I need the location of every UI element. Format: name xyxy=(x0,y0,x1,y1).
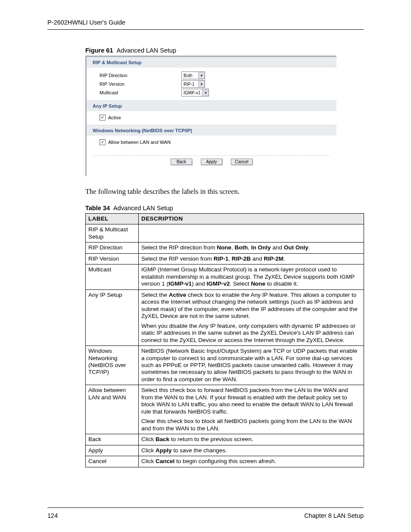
select-value: Both xyxy=(182,73,198,78)
cancel-button[interactable]: Cancel xyxy=(231,159,252,165)
select-multicast[interactable]: IGMP-v1 ▼ xyxy=(181,89,209,96)
table-row: RIP VersionSelect the RIP version from R… xyxy=(86,253,364,264)
table-cell-description: Select the RIP version from RIP-1, RIP-2… xyxy=(139,253,364,264)
figure-caption: Figure 61Advanced LAN Setup xyxy=(85,47,364,54)
table-row: RIP & Multicast Setup xyxy=(86,224,364,243)
body-text: The following table describes the labels… xyxy=(85,187,364,196)
table-title: Advanced LAN Setup xyxy=(113,205,173,212)
table-cell-label: RIP Direction xyxy=(86,243,139,253)
table-head-label: LABEL xyxy=(86,214,139,224)
table-row: Any IP SetupSelect the Active check box … xyxy=(86,289,364,345)
apply-button[interactable]: Apply xyxy=(201,159,222,165)
table-cell-description: Select the Active check box to enable th… xyxy=(139,289,364,345)
label-multicast: Multicast xyxy=(100,90,181,95)
section-any-ip-heading: Any IP Setup xyxy=(87,100,336,111)
table-cell-description: Click Back to return to the previous scr… xyxy=(139,434,364,445)
table-cell-label: Any IP Setup xyxy=(86,289,139,345)
table-row: Allow between LAN and WANSelect this che… xyxy=(86,385,364,434)
figure-label: Figure 61 xyxy=(85,47,113,54)
table-cell-label: Multicast xyxy=(86,264,139,289)
chevron-down-icon[interactable]: ▼ xyxy=(198,81,205,87)
chevron-down-icon[interactable]: ▼ xyxy=(198,72,205,79)
table-cell-description: Click Apply to save the changes. xyxy=(139,445,364,456)
table-cell-label: RIP & Multicast Setup xyxy=(86,224,139,243)
table-cell-label: Back xyxy=(86,434,139,445)
table-cell-label: Windows Networking (NetBIOS over TCP/IP) xyxy=(86,346,139,385)
select-value: IGMP-v1 xyxy=(182,90,202,95)
checkbox-active[interactable]: ✓ xyxy=(100,115,106,121)
table-cell-label: Apply xyxy=(86,445,139,456)
table-caption: Table 34Advanced LAN Setup xyxy=(85,205,364,212)
table-cell-label: RIP Version xyxy=(86,253,139,264)
row-rip-version: RIP Version RIP-1 ▼ xyxy=(100,80,336,88)
checkbox-allow-lan-wan[interactable]: ✓ xyxy=(100,139,106,145)
row-any-ip-active: ✓ Active xyxy=(87,111,336,125)
section-netbios-heading: Windows Networking (NetBIOS over TCP/IP) xyxy=(87,125,336,136)
table-cell-description: Select the RIP direction from None, Both… xyxy=(139,243,364,253)
chevron-down-icon[interactable]: ▼ xyxy=(202,89,209,96)
router-config-panel: RIP & Multicast Setup RIP Direction Both… xyxy=(85,56,336,176)
label-rip-version: RIP Version xyxy=(100,81,181,87)
table-cell-description: Click Cancel to begin configuring this s… xyxy=(139,456,364,467)
checkbox-active-label: Active xyxy=(108,115,121,120)
label-rip-direction: RIP Direction xyxy=(100,73,181,78)
table-cell-label: Allow between LAN and WAN xyxy=(86,385,139,434)
table-row: MulticastIGMP (Internet Group Multicast … xyxy=(86,264,364,289)
table-row: RIP DirectionSelect the RIP direction fr… xyxy=(86,243,364,253)
table-cell-description: NetBIOS (Network Basic Input/Output Syst… xyxy=(139,346,364,385)
table-row: CancelClick Cancel to begin configuring … xyxy=(86,456,364,467)
table-cell-description xyxy=(139,224,364,243)
table-label: Table 34 xyxy=(85,205,110,212)
checkbox-allow-lan-wan-label: Allow between LAN and WAN xyxy=(108,140,171,145)
table-body: RIP & Multicast SetupRIP DirectionSelect… xyxy=(86,224,364,467)
back-button[interactable]: Back xyxy=(171,159,192,165)
description-table: LABEL DESCRIPTION RIP & Multicast SetupR… xyxy=(85,213,364,467)
table-head-description: DESCRIPTION xyxy=(139,214,364,224)
running-header: P-2602HWNLI User's Guide xyxy=(47,19,364,30)
figure-title: Advanced LAN Setup xyxy=(116,47,176,54)
chapter-label: Chapter 8 LAN Setup xyxy=(304,512,364,519)
table-cell-description: Select this check box to forward NetBIOS… xyxy=(139,385,364,434)
table-row: Windows Networking (NetBIOS over TCP/IP)… xyxy=(86,346,364,385)
table-row: BackClick Back to return to the previous… xyxy=(86,434,364,445)
page-number: 124 xyxy=(47,512,58,519)
table-cell-label: Cancel xyxy=(86,456,139,467)
row-netbios-allow: ✓ Allow between LAN and WAN xyxy=(87,136,336,151)
section-rip-multicast-heading: RIP & Multicast Setup xyxy=(87,57,336,68)
table-cell-description: IGMP (Internet Group Multicast Protocol)… xyxy=(139,264,364,289)
select-rip-direction[interactable]: Both ▼ xyxy=(181,72,205,79)
select-rip-version[interactable]: RIP-1 ▼ xyxy=(181,80,205,88)
select-value: RIP-1 xyxy=(182,82,198,87)
row-multicast: Multicast IGMP-v1 ▼ xyxy=(100,88,336,97)
table-row: ApplyClick Apply to save the changes. xyxy=(86,445,364,456)
row-rip-direction: RIP Direction Both ▼ xyxy=(100,71,336,80)
